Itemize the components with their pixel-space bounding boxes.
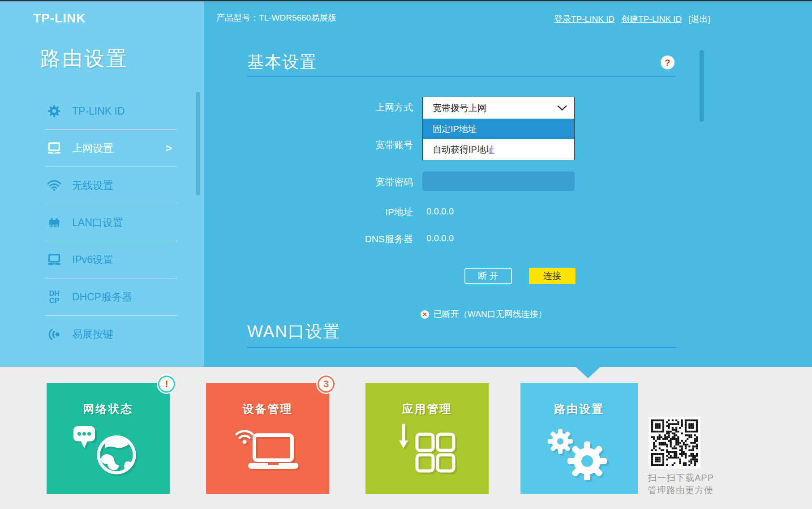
sidebar-item-mesh-button[interactable]: 易展按键	[45, 316, 177, 353]
gears-icon	[520, 423, 638, 480]
connect-button[interactable]: 连接	[529, 268, 576, 284]
logout-link[interactable]: [退出]	[688, 13, 710, 25]
ip-address-label: IP地址	[301, 206, 413, 218]
tp-link-logo: TP-LINK	[33, 11, 86, 26]
sidebar-menu: TP-LINK ID 上网设置 >	[45, 93, 177, 353]
broadband-password-label: 宽带密码	[301, 176, 413, 188]
qr-caption-line1: 扫一扫下载APP	[648, 472, 714, 484]
section-divider	[247, 76, 676, 77]
login-tplink-id-link[interactable]: 登录TP-LINK ID	[554, 13, 614, 25]
sidebar-item-label: 易展按键	[72, 327, 113, 341]
sidebar-item-lan-settings[interactable]: LAN口设置	[45, 204, 177, 241]
apps-download-icon	[365, 423, 489, 477]
chevron-down-icon	[557, 105, 567, 111]
router-admin-page: TP-LINK 路由设置 TP-LINK	[0, 0, 812, 509]
laptop-icon	[45, 251, 63, 269]
nav-tile-network-status[interactable]: ! 网络状态	[47, 383, 170, 494]
broadband-password-input[interactable]	[422, 171, 575, 191]
nav-tile-router-settings[interactable]: 路由设置	[520, 383, 638, 494]
tile-label: 网络状态	[47, 402, 170, 416]
create-tplink-id-link[interactable]: 创建TP-LINK ID	[621, 13, 682, 25]
sidebar-item-label: 上网设置	[72, 141, 113, 155]
sidebar-item-label: DHCP服务器	[72, 290, 132, 304]
sidebar-item-internet-settings[interactable]: 上网设置 >	[45, 130, 177, 167]
internet-mode-select[interactable]: 宽带拨号上网	[422, 97, 575, 119]
sidebar-item-ipv6-settings[interactable]: IPv6设置	[45, 241, 177, 278]
tile-label: 应用管理	[365, 402, 489, 416]
sidebar-item-tplink-id[interactable]: TP-LINK ID	[45, 93, 177, 130]
wan-settings-title: WAN口设置	[247, 321, 340, 343]
svg-text:CP: CP	[49, 297, 59, 304]
status-text: 已断开（WAN口无网线连接）	[434, 308, 547, 320]
nav-tile-device-management[interactable]: 3 设备管理	[206, 383, 329, 494]
tile-label: 设备管理	[206, 402, 329, 416]
main-panel: 产品型号：TL-WDR5660易展版 登录TP-LINK ID 创建TP-LIN…	[204, 1, 812, 367]
help-icon[interactable]: ?	[661, 56, 675, 69]
dropdown-option-static-ip[interactable]: 固定IP地址	[423, 119, 574, 139]
disconnect-button[interactable]: 断 开	[464, 268, 512, 284]
disconnected-x-icon: ✕	[421, 310, 429, 319]
main-scrollbar[interactable]	[700, 50, 704, 122]
alert-badge: !	[158, 376, 175, 393]
sidebar-title: 路由设置	[40, 45, 128, 72]
tile-label: 路由设置	[520, 402, 638, 416]
lan-port-icon	[45, 214, 63, 231]
nav-tile-app-management[interactable]: 应用管理	[365, 383, 489, 494]
sidebar-item-label: TP-LINK ID	[72, 105, 125, 117]
broadband-account-label: 宽带账号	[301, 139, 413, 151]
sidebar-item-wireless-settings[interactable]: 无线设置	[45, 167, 177, 204]
internet-mode-dropdown: 固定IP地址 自动获得IP地址	[422, 119, 575, 160]
internet-mode-label: 上网方式	[301, 101, 413, 114]
gear-icon	[45, 102, 63, 120]
dns-server-value: 0.0.0.0	[426, 233, 454, 244]
dropdown-option-dynamic-ip[interactable]: 自动获得IP地址	[423, 139, 574, 160]
laptop-wifi-icon	[206, 423, 329, 475]
chevron-right-icon: >	[166, 142, 172, 154]
sidebar-item-dhcp-server[interactable]: DH CP DHCP服务器	[45, 278, 177, 316]
sidebar: TP-LINK 路由设置 TP-LINK	[0, 1, 204, 367]
product-model-label: 产品型号：TL-WDR5660易展版	[216, 12, 336, 24]
wifi-icon	[45, 176, 63, 194]
qr-code	[649, 417, 700, 469]
dhcp-icon: DH CP	[45, 288, 63, 306]
count-badge: 3	[318, 376, 335, 393]
ip-address-value: 0.0.0.0	[426, 206, 454, 217]
sidebar-item-label: IPv6设置	[72, 253, 113, 267]
basic-settings-title: 基本设置	[247, 51, 317, 73]
bottom-nav-band: ! 网络状态 3 设备管理	[0, 367, 812, 509]
section-divider	[247, 347, 676, 348]
account-links: 登录TP-LINK ID 创建TP-LINK ID [退出]	[554, 13, 710, 25]
connection-status: ✕ 已断开（WAN口无网线连接）	[421, 308, 547, 320]
qr-caption-line2: 管理路由更方便	[648, 484, 713, 496]
mesh-icon	[45, 325, 63, 343]
internet-mode-value: 宽带拨号上网	[433, 102, 486, 114]
laptop-icon	[45, 139, 63, 157]
sidebar-item-label: 无线设置	[72, 179, 113, 192]
sidebar-item-label: LAN口设置	[72, 216, 123, 230]
svg-text:DH: DH	[49, 290, 60, 297]
globe-chat-icon	[47, 423, 170, 479]
active-section-pointer	[576, 367, 600, 378]
sidebar-scrollbar[interactable]	[196, 92, 200, 196]
dns-server-label: DNS服务器	[301, 233, 413, 245]
